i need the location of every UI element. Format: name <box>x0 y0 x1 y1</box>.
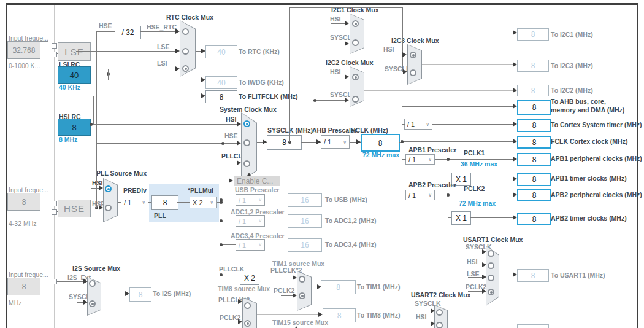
pllmul-dropdown[interactable]: X 2∨ <box>190 197 217 208</box>
to-ahb-label-line1: To AHB bus, core, <box>551 98 606 105</box>
i2c1-sysclk-radio[interactable] <box>352 39 359 46</box>
hse-oscillator-box: HSE <box>58 200 91 217</box>
sys-mux-hse-radio[interactable] <box>243 139 250 146</box>
input-frequency-field-lse[interactable]: 32.768 <box>7 41 40 59</box>
rtc-mux-lsi-label: LSI <box>157 60 167 67</box>
clock-configuration-diagram: Input freque... 32.768 0-1000 K... Input… <box>0 0 644 328</box>
apb1-prescaler-dropdown[interactable]: / 1∨ <box>405 154 435 165</box>
enable-css-button[interactable]: Enable C... <box>234 176 280 186</box>
chevron-down-icon: ∨ <box>258 242 262 248</box>
tim8-pllclk2-radio[interactable] <box>244 302 251 309</box>
chevron-down-icon: ∨ <box>428 192 432 198</box>
usart1-pclk2-radio[interactable] <box>488 289 494 295</box>
to-rtc-label: To RTC (KHz) <box>239 48 280 55</box>
input-frequency-field-i2s[interactable]: 8 <box>7 278 40 295</box>
adc34-prescaler-dropdown: / 1∨ <box>236 239 265 251</box>
hse-connector <box>52 209 57 215</box>
usart2-clock-mux-title: USART2 Clock Mux <box>411 291 470 299</box>
i2c3-hsi-label: HSI <box>383 45 394 53</box>
rtc-mux-lse-radio[interactable] <box>182 48 189 55</box>
hse-rtc-divider-box[interactable]: / 32 <box>115 26 141 39</box>
hsi-rc-value-box: 8 <box>58 119 91 136</box>
pll-input-value-box[interactable]: 8 <box>151 195 178 210</box>
input-frequency-field-hse[interactable]: 8 <box>7 193 40 211</box>
adc12-prescaler-dropdown: / 1∨ <box>236 215 265 227</box>
sysclk-value-box[interactable]: 8 <box>267 135 302 150</box>
sys-mux-pllclk-radio[interactable] <box>243 160 250 167</box>
pclk2-label: PCLK2 <box>464 185 485 192</box>
to-i2c1-label: To I2C1 (MHz) <box>551 31 593 38</box>
usart1-hsi-radio[interactable] <box>488 262 494 269</box>
sys-mux-hsi-radio[interactable] <box>243 120 250 127</box>
hclk-value-box[interactable]: 8 <box>361 134 400 152</box>
usart1-lse-radio[interactable] <box>488 275 494 281</box>
apb2-timer-value-box[interactable]: 8 <box>517 213 551 225</box>
lsi-frequency-note: 40 KHz <box>59 84 80 91</box>
to-rtc-value-box: 40 <box>205 45 237 58</box>
pllmul-label: *PLLMul <box>188 187 213 194</box>
tim1-x2-box: X 2 <box>240 271 259 285</box>
apb2-timer-label: APB2 timer clocks (MHz) <box>551 214 627 222</box>
prediv-label: PREDiv <box>123 187 147 194</box>
chevron-down-icon: ∨ <box>210 200 213 205</box>
to-adc34-value-box: 16 <box>288 238 322 252</box>
tim8-source-mux-title: TIM8 source Mux <box>218 285 270 292</box>
system-clock-mux-title: System Clock Mux <box>220 106 277 113</box>
usart2-hsi-radio[interactable] <box>436 322 443 328</box>
prediv-dropdown[interactable]: / 1∨ <box>121 197 148 208</box>
usart2-sysclk-radio[interactable] <box>436 309 443 316</box>
apb1-timer-value-box[interactable]: 8 <box>517 173 551 186</box>
pll-mux-hsi-radio[interactable] <box>105 185 112 192</box>
pclk1-max-note: 36 MHz max <box>461 160 497 168</box>
i2s-source-mux-title: I2S Source Mux <box>72 265 120 272</box>
to-tim1-value-box: 8 <box>321 280 356 294</box>
apb2-timer-multiplier-box: X 1 <box>451 211 471 225</box>
to-adc12-value-box: 16 <box>288 214 322 228</box>
chevron-down-icon: ∨ <box>258 218 262 224</box>
apb1-peripheral-label: APB1 peripheral clocks (MHz) <box>551 155 642 162</box>
lse-connector <box>52 52 57 57</box>
i2s-ext-radio[interactable] <box>89 280 96 287</box>
i2c2-hsi-radio[interactable] <box>352 74 359 80</box>
cortex-timer-value-box[interactable]: 8 <box>517 119 551 132</box>
rtc-mux-lsi-radio[interactable] <box>182 65 189 72</box>
i2c3-hsi-radio[interactable] <box>410 52 416 58</box>
rtc-mux-hse-rtc-radio[interactable] <box>182 28 189 35</box>
tim1-pllclk2-radio[interactable] <box>299 276 305 283</box>
apb2-peripheral-value-box[interactable]: 8 <box>517 189 551 201</box>
to-iwdg-label: To IWDG (KHz) <box>239 79 284 86</box>
to-ahb-label-line2: memory and DMA (MHz) <box>551 106 624 114</box>
to-i2c1-value-box: 8 <box>517 28 549 41</box>
apb2-prescaler-label: APB2 Prescaler <box>408 181 456 189</box>
i2s-sysclk-radio[interactable] <box>89 300 96 307</box>
pclk2-max-note: 72 MHz max <box>459 200 496 207</box>
rtc-mux-hse-label: HSE <box>99 22 112 29</box>
ahb-prescaler-dropdown[interactable]: / 1∨ <box>321 135 350 149</box>
pll-source-mux <box>103 178 118 222</box>
usart1-clock-mux-title: USART1 Clock Mux <box>463 236 523 243</box>
usart1-sysclk-radio[interactable] <box>488 250 494 257</box>
i2s-ext-connector <box>52 279 57 284</box>
chevron-down-icon: ∨ <box>142 200 145 205</box>
sys-mux-hse-label: HSE <box>224 132 238 139</box>
cortex-prescaler-dropdown[interactable]: / 1∨ <box>404 119 432 130</box>
i2c2-sysclk-radio[interactable] <box>352 96 359 103</box>
to-ahb-value-box[interactable]: 8 <box>517 100 551 115</box>
fclk-label: FCLK Cortex clock (MHz) <box>551 138 627 145</box>
rtc-clock-mux-title: RTC Clock Mux <box>166 14 213 21</box>
chevron-down-icon: ∨ <box>258 197 262 203</box>
to-i2c2-label: To I2C2 (MHz) <box>551 87 593 94</box>
apb1-peripheral-value-box[interactable]: 8 <box>517 153 551 166</box>
fclk-value-box[interactable]: 8 <box>517 136 551 149</box>
i2c2-clock-mux-title: I2C2 Clock Mux <box>326 59 374 66</box>
to-flitfclk-value-box[interactable]: 8 <box>205 90 237 103</box>
to-i2c3-label: To I2C3 (MHz) <box>551 62 593 69</box>
frame-top <box>6 3 638 5</box>
apb2-prescaler-dropdown[interactable]: / 1∨ <box>405 190 435 200</box>
pll-mux-hse-radio[interactable] <box>105 205 112 211</box>
i2c1-hsi-radio[interactable] <box>352 20 359 27</box>
i2c3-sysclk-radio[interactable] <box>410 69 416 76</box>
tim1-pclk2-radio[interactable] <box>299 292 305 299</box>
tim8-pclk2-radio[interactable] <box>244 320 251 327</box>
i2c3-clock-mux-title: I2C3 Clock Mux <box>391 37 439 44</box>
